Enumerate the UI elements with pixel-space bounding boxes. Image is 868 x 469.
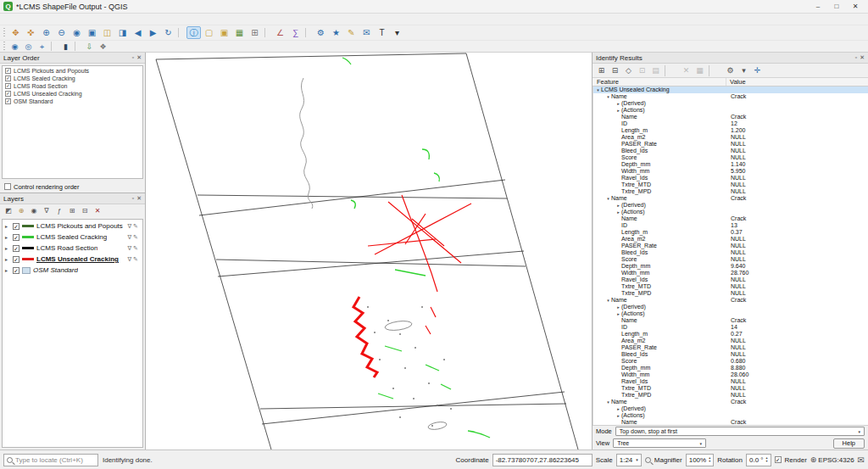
- zoom-in-icon[interactable]: ⊕: [39, 26, 53, 39]
- layer-row-road-section[interactable]: ▸ ✓ LCMS Road Section ∇✎: [3, 243, 142, 254]
- identify-row[interactable]: PASER_Rate NULL: [593, 243, 868, 249]
- identify-row[interactable]: Txtre_MTD NULL: [593, 283, 868, 290]
- close-button[interactable]: ✕: [846, 1, 865, 13]
- panel-float-button[interactable]: ▫: [132, 195, 134, 202]
- identify-row[interactable]: PASER_Rate NULL: [593, 344, 868, 351]
- minimize-button[interactable]: –: [809, 1, 827, 13]
- expander-icon[interactable]: ▸: [615, 100, 621, 107]
- identify-mode-icon[interactable]: ✛: [751, 65, 764, 76]
- field-calculator-icon[interactable]: ⊞: [248, 26, 262, 39]
- identify-row[interactable]: Name Crack: [593, 419, 868, 425]
- identify-row[interactable]: Name Crack: [593, 215, 868, 222]
- zoom-out-icon[interactable]: ⊖: [54, 26, 69, 39]
- layer-row-unsealed[interactable]: ▸ ✓ LCMS Unsealed Cracking ∇✎: [3, 254, 142, 265]
- clear-results-icon[interactable]: ✕: [680, 65, 693, 76]
- zoom-to-selection-icon[interactable]: ◫: [100, 26, 114, 39]
- identify-row[interactable]: ID 12: [593, 120, 868, 127]
- identify-row[interactable]: Ravel_Ids NULL: [593, 378, 868, 385]
- expander-icon[interactable]: ▸: [5, 234, 10, 240]
- plugin-manager-icon[interactable]: ❖: [97, 41, 109, 52]
- layer-filter-icons[interactable]: ∇✎: [127, 223, 140, 230]
- collapse-tree-icon[interactable]: ⊟: [609, 65, 621, 76]
- identify-settings-dropdown-icon[interactable]: ▾: [737, 65, 750, 76]
- layer-order-item[interactable]: ✓ LCMS Sealed Cracking: [3, 75, 142, 82]
- new-bookmark-icon[interactable]: ★: [329, 26, 343, 39]
- scale-combo[interactable]: 1:24 ▾: [616, 454, 642, 466]
- identify-row[interactable]: ▾ Name Crack: [593, 93, 868, 100]
- deselect-features-icon[interactable]: ▣: [217, 26, 231, 39]
- expander-icon[interactable]: ▸: [615, 107, 621, 114]
- expander-icon[interactable]: ▾: [605, 195, 611, 202]
- toolbar-button[interactable]: [51, 42, 57, 51]
- identify-row[interactable]: ▸ (Derived): [593, 304, 868, 310]
- identify-row[interactable]: Ravel_Ids NULL: [593, 276, 868, 283]
- metasearch-icon[interactable]: ◉: [8, 41, 21, 52]
- magnifier-spinbox[interactable]: 100% ▴▾: [686, 454, 714, 466]
- crs-indicator[interactable]: ⊛ EPSG:4326: [810, 455, 854, 464]
- toolbar-grip[interactable]: [3, 28, 5, 37]
- identify-row[interactable]: Txtre_MTD NULL: [593, 181, 868, 188]
- map-canvas[interactable]: [146, 53, 592, 449]
- panel-float-button[interactable]: ▫: [855, 54, 857, 61]
- expander-icon[interactable]: ▸: [615, 202, 621, 209]
- osm-download-icon[interactable]: ⇩: [83, 41, 96, 52]
- zoom-native-icon[interactable]: ◉: [70, 26, 84, 39]
- layer-order-item[interactable]: ✓ LCMS Unsealed Cracking: [3, 90, 142, 98]
- panel-close-button[interactable]: ✕: [136, 54, 142, 61]
- identify-row[interactable]: Length_m 1.200: [593, 127, 868, 134]
- layer-order-item[interactable]: ✓ LCMS Road Section: [3, 82, 142, 90]
- print-response-icon[interactable]: ▤: [649, 65, 662, 76]
- toolbar-button[interactable]: [665, 65, 677, 76]
- manage-themes-icon[interactable]: ◉: [28, 206, 40, 216]
- layer-checkbox[interactable]: ✓: [13, 245, 19, 252]
- expander-icon[interactable]: ▸: [615, 412, 621, 419]
- expander-icon[interactable]: ▸: [615, 209, 621, 215]
- identify-row[interactable]: Length_m 0.27: [593, 331, 868, 338]
- measure-line-icon[interactable]: ∠: [273, 26, 287, 39]
- identify-row[interactable]: Depth_mm 1.140: [593, 161, 868, 168]
- expander-icon[interactable]: ▸: [5, 267, 10, 273]
- expander-icon[interactable]: ▾: [605, 399, 611, 405]
- mode-combo[interactable]: Top down, stop at first ▾: [615, 427, 865, 436]
- statistical-summary-icon[interactable]: ∑: [288, 26, 303, 39]
- expand-all-icon[interactable]: ⊞: [66, 206, 78, 216]
- expander-icon[interactable]: ▸: [615, 310, 621, 317]
- layer-checkbox[interactable]: ✓: [13, 267, 19, 274]
- identify-row[interactable]: Name Crack: [593, 317, 868, 324]
- layer-checkbox[interactable]: ✓: [13, 234, 19, 241]
- zoom-full-icon[interactable]: ▣: [85, 26, 99, 39]
- identify-row[interactable]: Area_m2 NULL: [593, 134, 868, 141]
- layer-checkbox[interactable]: ✓: [5, 98, 11, 104]
- column-header-feature[interactable]: Feature: [593, 78, 726, 86]
- expander-icon[interactable]: ▾: [605, 297, 611, 304]
- layer-filter-icons[interactable]: ∇✎: [127, 234, 140, 241]
- map-refresh-icon[interactable]: ↻: [161, 26, 175, 39]
- toolbar-button[interactable]: [178, 28, 184, 37]
- toolbar-grip[interactable]: [3, 42, 5, 51]
- pan-map-icon[interactable]: ✥: [8, 26, 23, 39]
- locate-search-input[interactable]: Type to locate (Ctrl+K): [3, 454, 98, 466]
- identify-row[interactable]: ID 14: [593, 324, 868, 331]
- identify-row[interactable]: Area_m2 NULL: [593, 236, 868, 243]
- identify-row[interactable]: Bleed_Ids NULL: [593, 351, 868, 358]
- identify-row[interactable]: Width_mm 28.760: [593, 270, 868, 276]
- identify-row[interactable]: ▸ (Actions): [593, 209, 868, 215]
- zoom-last-icon[interactable]: ◀: [131, 26, 145, 39]
- zoom-next-icon[interactable]: ▶: [146, 26, 160, 39]
- identify-row[interactable]: ▸ (Derived): [593, 202, 868, 209]
- toolbar-button[interactable]: [709, 65, 721, 76]
- identify-row[interactable]: Ravel_Ids NULL: [593, 175, 868, 181]
- identify-row[interactable]: Name Crack: [593, 114, 868, 120]
- identify-row[interactable]: Score NULL: [593, 256, 868, 263]
- identify-row[interactable]: Txtre_MPD NULL: [593, 392, 868, 399]
- layer-checkbox[interactable]: ✓: [5, 75, 11, 81]
- identify-row[interactable]: Txtre_MPD NULL: [593, 188, 868, 195]
- toolbar-button[interactable]: [75, 42, 81, 51]
- map-tips-icon[interactable]: ✉: [359, 26, 374, 39]
- zoom-to-layer-icon[interactable]: ◨: [115, 26, 130, 39]
- identify-row[interactable]: ▾ Name Crack: [593, 399, 868, 405]
- render-checkbox[interactable]: ✓: [775, 456, 782, 463]
- toolbar-button[interactable]: [264, 28, 270, 37]
- annotation-dropdown-icon[interactable]: ▾: [390, 26, 404, 39]
- identify-row[interactable]: ▾ Name Crack: [593, 297, 868, 304]
